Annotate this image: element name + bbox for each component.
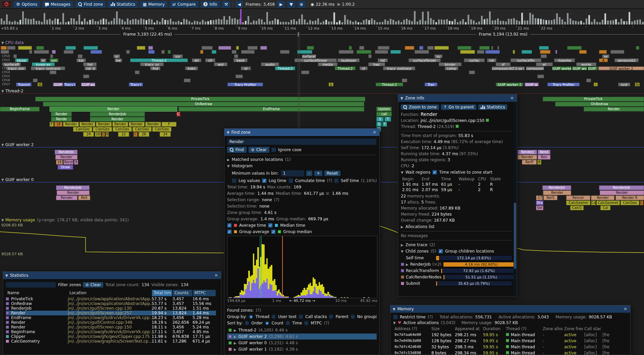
zone-info-titlebar[interactable]: ▼ Zone info ✕ [398,94,517,102]
timeline-zone[interactable] [541,54,547,58]
radio-time[interactable] [285,321,290,325]
timeline-zone[interactable]: hwc [368,62,385,66]
timeline-zone[interactable]: T [384,117,391,122]
timeline-zone[interactable] [555,50,557,54]
timeline-zone[interactable] [234,54,238,58]
timeline-zone[interactable]: su [434,54,442,58]
close-icon[interactable]: ✕ [509,96,515,100]
timeline-zone[interactable]: CalcG [570,206,584,210]
timeline-zone[interactable]: fsd [83,62,97,66]
timeline-zone[interactable]: Thread-2 [275,66,295,70]
collapse-icon[interactable]: ▼ [227,164,230,168]
memory-button[interactable]: ▦Memory [140,1,167,8]
legend-checkbox[interactable]: ✓ [271,229,276,234]
timeline-zone[interactable]: composer@2.1-se (HW [492,66,525,70]
timeline-zone[interactable] [260,46,267,50]
timeline-zone[interactable]: surfac [464,58,485,62]
timeline-zone[interactable] [491,46,493,50]
thread-header[interactable]: ▼Thread-2 [1,89,23,93]
timeline-zone[interactable]: Render [57,190,90,195]
timeline-zone[interactable]: GUIF worker 2 [598,66,644,70]
collapse-icon[interactable]: ▼ [393,321,396,325]
timeline-zone[interactable]: surfacefl [3,62,21,66]
thread-header[interactable]: ▼GUIF worker 2 [1,142,34,147]
timeline-zone[interactable]: C [640,201,643,205]
timeline-zone[interactable] [83,75,89,78]
increase-bin-button[interactable]: + [314,171,322,176]
timeline-zone[interactable] [34,50,49,54]
timeline-zone[interactable]: CalcGeo [621,201,639,205]
timeline-zone[interactable] [135,71,140,74]
options-button[interactable]: ⚙Options [13,1,40,8]
timeline-zone[interactable] [1,46,7,50]
timeline-zone[interactable]: C [102,132,105,137]
expand-icon[interactable]: ▶ [234,335,236,339]
timeline-zone[interactable]: A [599,58,608,62]
timeline-zone[interactable] [477,50,484,54]
timeline-zone[interactable]: surfaceflinger [294,58,337,62]
timeline-zone[interactable]: GUIF wor [81,83,95,86]
find-zone-button[interactable]: Find zone [75,1,106,8]
timeline-zone[interactable]: Render [63,122,79,127]
timeline-zone[interactable]: 9 [74,160,78,165]
timeline-zone[interactable]: sf [360,66,368,70]
timeline-zone[interactable]: Thread-2 [335,66,356,70]
allocation-address[interactable]: 0x7e049b3d00 [393,338,430,344]
scrollbar-thumb[interactable] [514,203,516,269]
timeline-zone[interactable]: syst [618,83,630,86]
timeline-zone[interactable] [64,50,73,54]
timeline-zone[interactable]: Render R [615,195,644,200]
timeline-zone[interactable] [469,71,475,74]
close-icon[interactable]: ✕ [372,130,377,135]
radio-user-text[interactable] [271,314,276,319]
timeline-zone[interactable]: C [133,132,138,137]
timeline-zone[interactable]: -17 [536,195,543,200]
timeline-zone[interactable]: BeginFrame [0,107,40,112]
filter-zones-input[interactable] [6,282,56,288]
timeline-zone[interactable]: Render [112,122,128,127]
call-stack-alloc[interactable]: [alloc] [583,338,601,344]
timeline-zone[interactable]: Tracy I [64,83,76,86]
timeline-zone[interactable]: T [382,122,387,127]
call-stack-alloc[interactable]: [alloc] [583,350,601,355]
timeline-zone[interactable] [50,54,53,58]
allocation-address[interactable]: 0x7dfc53d898 [393,350,430,355]
timeline-zone[interactable] [402,79,407,82]
compare-button[interactable]: ⇄Compare [170,1,199,8]
column-header-counts[interactable]: Counts [173,290,192,296]
info-button[interactable]: iInfo [201,1,220,8]
radio-thread[interactable] [249,314,253,319]
timeline-zone[interactable]: RenderJob [90,112,145,117]
zone-group-row[interactable]: ▶GUIF worker 0(3,231)4.48 s [227,340,377,346]
timeline-zone[interactable]: CalcGeo [93,127,112,132]
column-header-duration[interactable]: Duration [482,326,504,332]
histogram-plot[interactable] [227,236,377,298]
call-stack-alloc[interactable]: [alloc] [583,344,601,350]
timeline-zone[interactable] [202,46,213,50]
timeline-zone[interactable] [427,46,434,50]
timeline-zone[interactable]: CalcGeo [73,127,92,132]
timeline-zone[interactable]: OnRedraw [555,102,644,106]
radio-call-stacks[interactable] [299,314,303,319]
call-stack-free[interactable]: [fre [601,332,621,338]
timeline-zone[interactable]: Sel [536,206,543,210]
column-header-size[interactable]: Size [430,326,453,332]
timeline-zone[interactable] [636,46,639,50]
timeline-zone[interactable]: Render [129,122,145,127]
min-bin-input[interactable]: 1 [281,170,304,177]
timeline-zone[interactable]: F [162,122,176,127]
memory-usage-header[interactable]: ▼Memory usage(y-range: 178.27 KB, visibl… [1,218,129,222]
timeline-zone[interactable]: F [50,122,54,127]
collapse-icon[interactable]: ▼ [400,96,403,100]
timeline-zone[interactable] [479,46,490,50]
collapse-icon[interactable]: ▼ [393,307,395,311]
call-stack-alloc[interactable]: [alloc] [583,332,601,338]
timeline-zone[interactable]: EndFrame [178,107,364,112]
timeline-zone[interactable] [415,50,429,54]
timeline-zone[interactable]: sys [50,58,58,62]
collapse-icon[interactable]: ▼ [227,131,229,134]
timeline-zone[interactable]: surfacef [302,54,316,58]
timeline-zone[interactable]: Render [56,195,77,200]
timeline-zone[interactable] [359,46,364,50]
timeline-zone[interactable] [218,46,231,50]
